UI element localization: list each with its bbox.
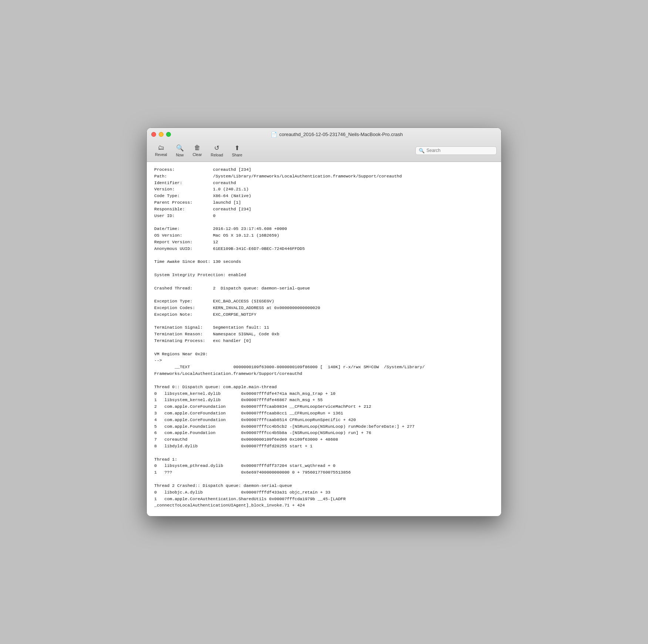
titlebar-top: 📄 coreauthd_2016-12-05-231746_Neils-MacB… bbox=[151, 132, 497, 138]
maximize-button[interactable] bbox=[166, 132, 171, 137]
main-window: 📄 coreauthd_2016-12-05-231746_Neils-MacB… bbox=[146, 128, 502, 516]
clear-label: Clear bbox=[193, 152, 202, 157]
share-icon: ⬆ bbox=[234, 144, 240, 152]
window-title: 📄 coreauthd_2016-12-05-231746_Neils-MacB… bbox=[177, 132, 497, 138]
reveal-button[interactable]: 🗂 Reveal bbox=[151, 143, 171, 158]
search-icon: 🔍 bbox=[419, 148, 425, 153]
share-label: Share bbox=[232, 153, 242, 157]
traffic-lights bbox=[151, 132, 171, 137]
minimize-button[interactable] bbox=[159, 132, 163, 137]
search-input[interactable] bbox=[426, 148, 493, 153]
reload-button[interactable]: ↺ Reload bbox=[207, 143, 227, 159]
search-box[interactable]: 🔍 bbox=[415, 146, 497, 155]
now-button[interactable]: 🔍 Now bbox=[172, 143, 188, 159]
crash-log-content: Process: coreauthd [234] Path: /System/L… bbox=[147, 162, 501, 516]
reload-label: Reload bbox=[211, 153, 223, 157]
now-label: Now bbox=[176, 153, 184, 157]
toolbar: 🗂 Reveal 🔍 Now 🗑 Clear ↺ Reload ⬆ Share bbox=[151, 140, 497, 162]
clear-icon: 🗑 bbox=[194, 144, 200, 152]
reveal-label: Reveal bbox=[155, 152, 167, 157]
titlebar: 📄 coreauthd_2016-12-05-231746_Neils-MacB… bbox=[147, 128, 501, 162]
now-icon: 🔍 bbox=[176, 144, 184, 152]
reveal-icon: 🗂 bbox=[158, 144, 164, 152]
share-button[interactable]: ⬆ Share bbox=[228, 143, 246, 159]
window-title-text: coreauthd_2016-12-05-231746_Neils-MacBoo… bbox=[279, 132, 403, 137]
close-button[interactable] bbox=[151, 132, 156, 137]
file-icon: 📄 bbox=[271, 132, 277, 138]
reload-icon: ↺ bbox=[214, 144, 219, 152]
clear-button[interactable]: 🗑 Clear bbox=[189, 143, 206, 158]
